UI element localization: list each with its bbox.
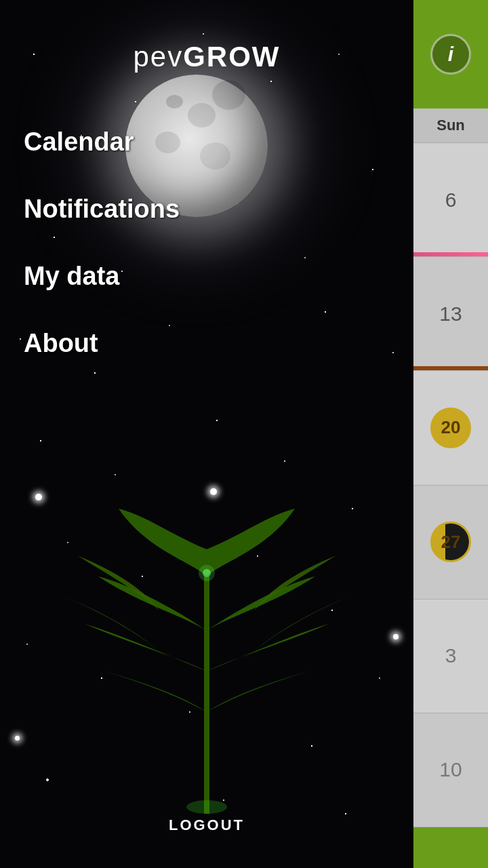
calendar-date-6: 6 — [445, 189, 457, 212]
cannabis-leaf — [37, 441, 376, 814]
nav-about[interactable]: About — [24, 310, 180, 377]
logout-button[interactable]: LOGOUT — [169, 816, 245, 834]
right-panel: i Sun 6 13 20 27 3 — [413, 0, 488, 868]
moon-phase-full-20: 20 — [430, 408, 471, 448]
nav-calendar[interactable]: Calendar — [24, 108, 180, 176]
svg-point-3 — [186, 800, 227, 814]
moon-phase-half-27: 27 — [430, 521, 471, 562]
info-icon: i — [430, 34, 471, 75]
calendar-date-13: 13 — [439, 302, 462, 326]
glow-dot-4 — [15, 736, 20, 741]
app-logo: pevGROW — [133, 41, 280, 73]
pink-bar — [413, 252, 488, 256]
nav-notifications[interactable]: Notifications — [24, 176, 180, 243]
calendar-date-27: 27 — [441, 532, 461, 553]
info-button[interactable]: i — [413, 0, 488, 108]
brown-bar — [413, 366, 488, 370]
glow-dot-3 — [393, 634, 399, 639]
logo-grow: GROW — [183, 41, 280, 73]
bottom-green-bar — [413, 827, 488, 868]
nav-menu: Calendar Notifications My data About — [24, 108, 180, 377]
calendar-row-13[interactable]: 13 — [413, 257, 488, 371]
nav-mydata[interactable]: My data — [24, 243, 180, 310]
calendar-row-20[interactable]: 20 — [413, 371, 488, 485]
calendar-row-10[interactable]: 10 — [413, 713, 488, 827]
calendar-date-20: 20 — [441, 417, 461, 438]
calendar-date-3: 3 — [445, 644, 457, 667]
calendar-row-3[interactable]: 3 — [413, 599, 488, 713]
calendar-date-10: 10 — [439, 758, 462, 781]
logo-pev: pev — [133, 41, 183, 73]
calendar-column: Sun 6 13 20 27 3 10 — [413, 108, 488, 827]
left-panel: pevGROW Calendar Notifications My data A… — [0, 0, 413, 868]
calendar-row-27[interactable]: 27 — [413, 486, 488, 599]
calendar-day-header: Sun — [413, 108, 488, 143]
calendar-row-6[interactable]: 6 — [413, 143, 488, 257]
svg-point-2 — [199, 565, 215, 581]
